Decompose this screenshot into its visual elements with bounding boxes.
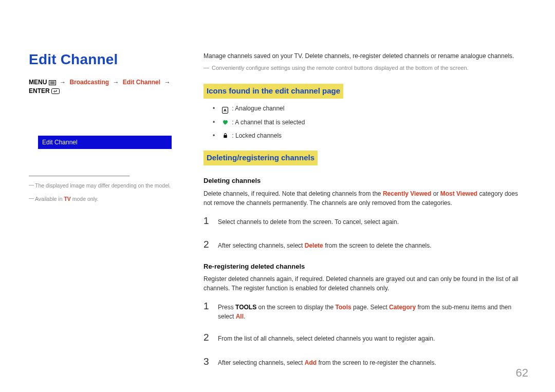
step-text: Select channels to delete from the scree…	[218, 217, 526, 227]
breadcrumb-arrow-icon: →	[58, 79, 68, 86]
step-number: 1	[203, 214, 211, 229]
step-number: 2	[203, 237, 211, 252]
step-text: Press TOOLS on the screen to display the…	[218, 303, 526, 321]
deleting-body: Delete channels, if required. Note that …	[203, 189, 526, 208]
step-text: After selecting channels, select Add fro…	[218, 358, 526, 367]
legend-item-locked: : Locked channels	[203, 131, 526, 140]
breadcrumb: MENU → Broadcasting → Edit Channel → ENT…	[29, 78, 191, 96]
breadcrumb-seg2: Edit Channel	[123, 79, 160, 86]
section-heading-icons: Icons found in the edit channel page	[203, 84, 343, 99]
legend-item-selected: : A channel that is selected	[203, 118, 526, 127]
breadcrumb-enter: ENTER	[29, 87, 50, 95]
heart-icon	[222, 119, 228, 125]
tv-screenshot-body	[38, 164, 181, 171]
tv-screenshot-header: Edit Channel	[38, 136, 172, 149]
lock-icon	[222, 133, 228, 139]
deleting-step-1: 1 Select channels to delete from the scr…	[203, 214, 526, 229]
subhead-deleting: Deleting channels	[203, 176, 526, 186]
subhead-rereg: Re-registering deleted channels	[203, 262, 526, 272]
menu-icon	[49, 80, 56, 85]
step-number: 3	[203, 354, 211, 369]
breadcrumb-seg1: Broadcasting	[69, 79, 109, 86]
rereg-step-2: 2 From the list of all channels, select …	[203, 330, 526, 345]
step-number: 2	[203, 330, 211, 345]
breadcrumb-arrow-icon: →	[162, 79, 172, 86]
icon-legend-list: A : Analogue channel : A channel that is…	[203, 104, 526, 140]
left-column: Edit Channel MENU → Broadcasting → Edit …	[29, 51, 203, 374]
breadcrumb-arrow-icon: →	[110, 79, 121, 86]
section-heading-delreg: Deleting/registering channels	[203, 151, 318, 166]
enter-icon	[51, 88, 60, 94]
legend-item-analogue: A : Analogue channel	[203, 104, 526, 114]
tv-screenshot-label: Edit Channel	[38, 139, 78, 146]
rereg-step-3: 3 After selecting channels, select Add f…	[203, 354, 526, 369]
deleting-step-2: 2 After selecting channels, select Delet…	[203, 237, 526, 252]
step-text: From the list of all channels, select de…	[218, 334, 526, 343]
footnote-tvmode: Available in TV mode only.	[29, 195, 191, 203]
intro-note: Conveniently configure settings using th…	[203, 64, 526, 72]
divider	[29, 176, 130, 176]
analogue-icon: A	[222, 107, 228, 114]
rereg-body: Register deleted channels again, if requ…	[203, 274, 526, 293]
manual-page: Edit Channel MENU → Broadcasting → Edit …	[0, 0, 555, 392]
step-text: After selecting channels, select Delete …	[218, 241, 526, 250]
footnote-model: The displayed image may differ depending…	[29, 181, 191, 190]
rereg-step-1: 1 Press TOOLS on the screen to display t…	[203, 299, 526, 321]
page-number: 62	[516, 366, 528, 380]
step-number: 1	[203, 299, 211, 314]
right-column: Manage channels saved on your TV. Delete…	[203, 51, 526, 374]
intro-text: Manage channels saved on your TV. Delete…	[203, 51, 526, 61]
page-title: Edit Channel	[29, 51, 191, 68]
breadcrumb-menu: MENU	[29, 79, 47, 86]
svg-rect-5	[224, 135, 227, 138]
